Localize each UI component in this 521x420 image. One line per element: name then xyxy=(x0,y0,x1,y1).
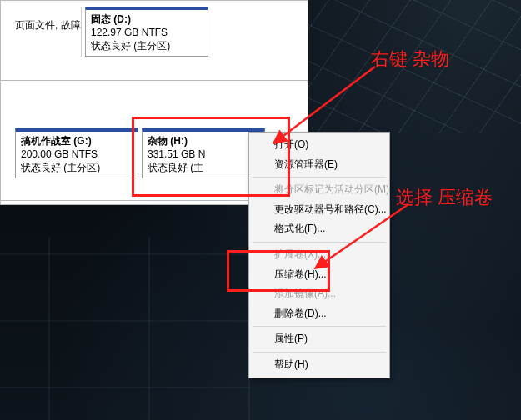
menu-delete[interactable]: 删除卷(D)... xyxy=(251,304,388,324)
volume-h[interactable]: 杂物 (H:) 331.51 GB N 状态良好 (主 xyxy=(142,128,265,178)
volume-label: 杂物 (H:) xyxy=(148,134,259,148)
menu-help[interactable]: 帮助(H) xyxy=(251,355,388,375)
volume-size: 122.97 GB NTFS xyxy=(91,26,203,39)
menu-separator xyxy=(253,352,386,352)
volume-d[interactable]: 固态 (D:) 122.97 GB NTFS 状态良好 (主分区) xyxy=(85,7,208,57)
volume-size: 200.00 GB NTFS xyxy=(21,148,133,161)
menu-mark-active: 将分区标记为活动分区(M) xyxy=(251,180,388,200)
volume-label: 固态 (D:) xyxy=(91,12,203,26)
menu-open[interactable]: 打开(O) xyxy=(251,135,388,155)
menu-add-mirror: 添加镜像(A)... xyxy=(251,284,388,304)
annotation-text-choose: 选择 压缩卷 xyxy=(396,185,493,210)
menu-format[interactable]: 格式化(F)... xyxy=(251,219,388,239)
volume-size: 331.51 GB N xyxy=(148,148,259,161)
menu-extend: 扩展卷(X)... xyxy=(251,245,388,265)
menu-explorer[interactable]: 资源管理器(E) xyxy=(251,155,388,175)
volume-line: 页面文件, 故障 xyxy=(15,18,78,32)
menu-shrink[interactable]: 压缩卷(H)... xyxy=(251,265,388,285)
volume-status: 状态良好 (主分区) xyxy=(21,161,133,174)
row-separator xyxy=(0,80,308,82)
menu-separator xyxy=(253,242,386,242)
volume-row-0: 页面文件, 故障 固态 (D:) 122.97 GB NTFS 状态良好 (主分… xyxy=(0,5,308,72)
volume-g[interactable]: 搞机作战室 (G:) 200.00 GB NTFS 状态良好 (主分区) xyxy=(15,128,138,178)
menu-separator xyxy=(253,177,386,178)
menu-properties[interactable]: 属性(P) xyxy=(251,329,388,349)
context-menu: 打开(O) 资源管理器(E) 将分区标记为活动分区(M) 更改驱动器号和路径(C… xyxy=(248,132,390,378)
volume-c-fragment[interactable]: 页面文件, 故障 xyxy=(15,7,82,57)
annotation-text-right-click: 右键 杂物 xyxy=(371,47,449,72)
volume-label: 搞机作战室 (G:) xyxy=(21,134,133,148)
volume-status: 状态良好 (主 xyxy=(148,161,259,174)
volume-status: 状态良好 (主分区) xyxy=(91,39,203,52)
menu-separator xyxy=(253,326,386,327)
menu-change-letter[interactable]: 更改驱动器号和路径(C)... xyxy=(251,200,388,220)
